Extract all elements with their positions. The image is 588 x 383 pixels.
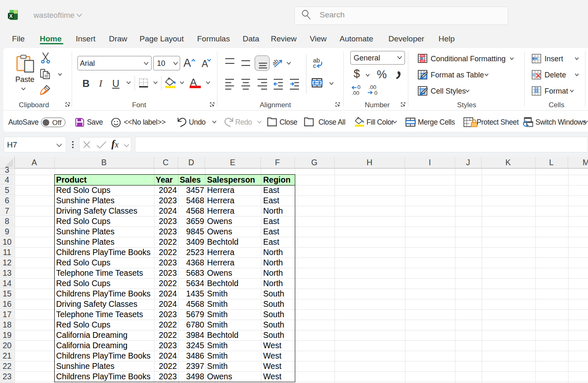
- svg-text:.00: .00: [352, 90, 359, 96]
- svg-text:X: X: [9, 13, 13, 19]
- svg-text:0: 0: [357, 84, 361, 90]
- svg-text:c: c: [313, 62, 316, 69]
- svg-text:.00: .00: [369, 84, 376, 90]
- svg-text:0: 0: [374, 90, 378, 96]
